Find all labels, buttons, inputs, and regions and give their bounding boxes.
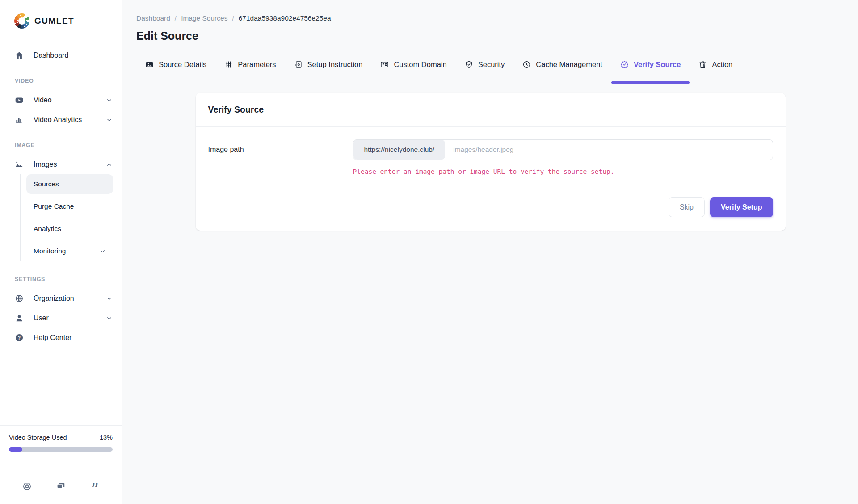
sidebar-item-images[interactable]: Images — [0, 155, 122, 174]
sidebar-subgroup-images: SourcesPurge CacheAnalyticsMonitoring — [20, 174, 122, 261]
sidebar-subitem-analytics[interactable]: Analytics — [26, 219, 113, 239]
sidebar: GUMLET DashboardVIDEOVideoVideo Analytic… — [0, 0, 122, 504]
tab-source-details[interactable]: Source Details — [136, 59, 215, 83]
chevron-down-icon — [106, 117, 113, 123]
tab-label: Security — [478, 59, 505, 70]
main-content: Dashboard/Image Sources/671daa5938a902e4… — [122, 0, 858, 504]
skip-button[interactable]: Skip — [669, 197, 705, 217]
video-icon — [15, 96, 24, 105]
breadcrumb-item: 671daa5938a902e4756e25ea — [239, 14, 331, 22]
sidebar-section-label: SETTINGS — [0, 264, 122, 289]
tab-label: Custom Domain — [394, 59, 446, 70]
storage-block: Video Storage Used 13% — [0, 425, 122, 461]
sidebar-item-video-analytics[interactable]: Video Analytics — [0, 110, 122, 130]
chevron-down-icon — [99, 248, 106, 255]
tab-action[interactable]: Action — [690, 59, 741, 83]
brand-name: GUMLET — [34, 16, 74, 26]
sidebar-subitem-label: Analytics — [34, 225, 61, 233]
breadcrumb-separator: / — [232, 14, 234, 22]
card-actions: Skip Verify Setup — [208, 197, 773, 217]
sidebar-item-organization[interactable]: Organization — [0, 289, 122, 308]
tab-security[interactable]: Security — [456, 59, 514, 83]
analytics-icon — [15, 115, 24, 124]
url-prefix: https://nicelydone.club/ — [353, 140, 446, 160]
clock-icon — [522, 60, 531, 69]
tab-label: Setup Instruction — [307, 59, 363, 70]
card-title: Verify Source — [208, 105, 773, 115]
tab-cache-management[interactable]: Cache Management — [513, 59, 611, 83]
sidebar-subitem-purge-cache[interactable]: Purge Cache — [26, 197, 113, 216]
image-path-label: Image path — [208, 146, 353, 154]
card-header: Verify Source — [196, 93, 786, 127]
breadcrumb-item[interactable]: Dashboard — [136, 14, 170, 22]
chevron-down-icon — [106, 97, 113, 104]
chat-icon[interactable] — [55, 481, 66, 491]
sidebar-item-label: Organization — [34, 294, 74, 302]
home-icon — [15, 51, 24, 60]
card-body: Image path https://nicelydone.club/ Plea… — [196, 127, 786, 231]
tab-setup-instruction[interactable]: Setup Instruction — [285, 59, 372, 83]
tab-parameters[interactable]: Parameters — [215, 59, 285, 83]
sidebar-item-help-center[interactable]: ?Help Center — [0, 328, 122, 348]
gumlet-logo-icon — [14, 13, 29, 29]
sidebar-item-label: Dashboard — [34, 51, 68, 59]
tab-label: Source Details — [159, 59, 206, 70]
svg-text:?: ? — [18, 336, 21, 340]
storage-progress-track — [9, 447, 113, 452]
sidebar-section-label: VIDEO — [0, 65, 122, 90]
page-title: Edit Source — [136, 29, 845, 42]
image-path-input-group: https://nicelydone.club/ — [353, 139, 773, 160]
sidebar-item-label: Video Analytics — [34, 116, 82, 124]
tab-bar: Source DetailsParametersSetup Instructio… — [136, 59, 845, 83]
sidebar-subitem-label: Purge Cache — [34, 202, 74, 210]
image-filled-icon — [145, 60, 154, 69]
trash-icon — [698, 60, 707, 69]
sidebar-item-label: Video — [34, 96, 52, 104]
sidebar-item-label: Images — [34, 160, 57, 168]
sidebar-item-label: User — [34, 314, 49, 322]
badge-check-icon — [620, 60, 629, 69]
breadcrumb: Dashboard/Image Sources/671daa5938a902e4… — [136, 14, 845, 22]
sidebar-item-user[interactable]: User — [0, 308, 122, 328]
tab-label: Cache Management — [536, 59, 602, 70]
brand-logo-link[interactable]: GUMLET — [0, 0, 122, 29]
sidebar-subitem-label: Monitoring — [34, 247, 66, 255]
tab-label: Verify Source — [634, 59, 681, 70]
chevron-down-icon — [106, 295, 113, 302]
sidebar-nav: DashboardVIDEOVideoVideo AnalyticsIMAGEI… — [0, 46, 122, 348]
sidebar-subitem-label: Sources — [34, 180, 59, 188]
verify-setup-button[interactable]: Verify Setup — [710, 197, 773, 217]
quote-icon[interactable]: ” — [89, 481, 100, 491]
sidebar-section-label: IMAGE — [0, 130, 122, 155]
image-icon — [15, 160, 24, 169]
sidebar-item-dashboard[interactable]: Dashboard — [0, 46, 122, 65]
verify-source-card: Verify Source Image path https://nicelyd… — [196, 93, 786, 231]
user-icon — [15, 314, 24, 323]
chevron-up-icon — [106, 161, 113, 168]
tab-verify-source[interactable]: Verify Source — [611, 59, 690, 83]
sidebar-subitem-sources[interactable]: Sources — [26, 174, 113, 194]
support-icon[interactable] — [21, 481, 32, 491]
storage-label: Video Storage Used — [9, 434, 67, 441]
shield-icon — [465, 60, 473, 69]
tab-label: Parameters — [238, 59, 276, 70]
browser-icon — [380, 60, 389, 69]
sidebar-item-video[interactable]: Video — [0, 90, 122, 110]
breadcrumb-item[interactable]: Image Sources — [181, 14, 227, 22]
validation-error-message: Please enter an image path or image URL … — [353, 168, 773, 175]
tab-custom-domain[interactable]: Custom Domain — [371, 59, 455, 83]
storage-percent: 13% — [100, 434, 113, 441]
help-icon: ? — [15, 333, 24, 342]
sidebar-item-label: Help Center — [34, 334, 72, 342]
globe-icon — [15, 294, 24, 303]
tab-label: Action — [712, 59, 732, 70]
sidebar-subitem-monitoring[interactable]: Monitoring — [26, 241, 113, 261]
sidebar-footer: ” — [0, 468, 122, 504]
image-path-input[interactable] — [445, 140, 772, 160]
storage-progress-fill — [9, 447, 22, 452]
chevron-down-icon — [106, 315, 113, 322]
sliders-icon — [224, 60, 233, 69]
book-icon — [294, 60, 303, 69]
breadcrumb-separator: / — [175, 14, 177, 22]
